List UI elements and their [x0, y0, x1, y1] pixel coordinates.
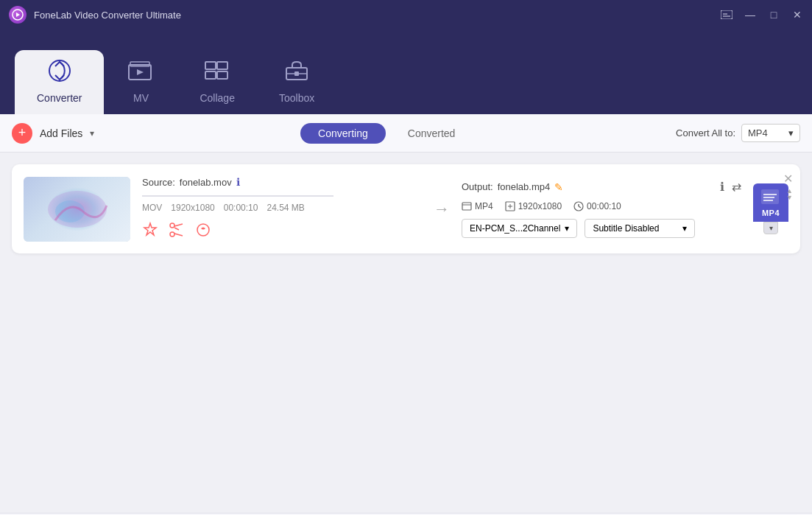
format-badge-arrow[interactable]: ▾ — [763, 222, 778, 234]
svg-rect-1 — [721, 10, 732, 19]
titlebar: FoneLab Video Converter Ultimate — □ ✕ — [0, 0, 812, 29]
tab-mv[interactable]: MV — [104, 50, 177, 114]
file-meta: MOV 1920x1080 00:00:10 24.54 MB — [142, 203, 422, 213]
file-source: Source: fonelab.mov ℹ — [142, 176, 422, 188]
output-dropdowns: EN-PCM_S...2Channel ▾ Subtitle Disabled … — [462, 219, 741, 238]
tab-converter-label: Converter — [37, 92, 82, 104]
file-actions — [142, 222, 422, 242]
svg-point-15 — [55, 200, 85, 223]
output-source: Output: fonelab.mp4 ✎ — [462, 181, 563, 193]
tab-toolbox-label: Toolbox — [279, 92, 314, 104]
svg-point-21 — [197, 224, 209, 236]
svg-line-18 — [174, 224, 183, 226]
svg-line-20 — [174, 228, 179, 230]
audio-dropdown[interactable]: EN-PCM_S...2Channel ▾ — [462, 219, 577, 238]
convert-all-to-label: Convert All to: — [676, 127, 735, 139]
enhance-button[interactable] — [142, 222, 158, 242]
svg-line-27 — [579, 206, 581, 208]
cut-button[interactable] — [169, 222, 185, 242]
nav-tabs: Converter MV Collage — [0, 29, 812, 114]
output-header: Output: fonelab.mp4 ✎ ℹ ⇄ — [462, 180, 741, 194]
convert-all-to-section: Convert All to: MP4 ▾ — [676, 124, 800, 142]
format-value: MP4 — [748, 127, 768, 139]
subtitle-dropdown-value: Subtitle Disabled — [593, 223, 659, 234]
tab-toolbox[interactable]: Toolbox — [257, 50, 336, 114]
svg-point-16 — [170, 232, 174, 237]
toolbar: + Add Files ▾ Converting Converted Conve… — [0, 114, 812, 153]
output-meta: MP4 1920x1080 00:00:10 — [462, 201, 741, 211]
svg-rect-13 — [294, 71, 299, 76]
source-filename: fonelab.mov — [180, 177, 232, 188]
tab-collage[interactable]: Collage — [177, 50, 256, 114]
maximize-button[interactable]: □ — [768, 9, 780, 21]
app-logo — [9, 6, 27, 24]
converted-tab-button[interactable]: Converted — [393, 123, 470, 144]
minimize-button[interactable]: — — [744, 9, 756, 21]
output-controls: ℹ ⇄ — [720, 180, 741, 194]
file-list: Source: fonelab.mov ℹ MOV 1920x1080 00:0… — [0, 153, 812, 265]
meta-resolution: 1920x1080 — [171, 203, 214, 213]
item-expand-button[interactable]: ▲ ▼ — [786, 188, 793, 201]
window-controls: — □ ✕ — [721, 9, 803, 21]
tab-mv-label: MV — [133, 92, 149, 104]
meta-size: 24.54 MB — [266, 203, 304, 213]
file-item: Source: fonelab.mov ℹ MOV 1920x1080 00:0… — [12, 164, 800, 253]
close-button[interactable]: ✕ — [791, 9, 803, 21]
format-select-dropdown[interactable]: MP4 ▾ — [741, 124, 800, 142]
toolbox-icon — [283, 59, 310, 88]
file-thumbnail — [24, 177, 130, 242]
mv-icon — [127, 59, 154, 88]
add-files-label[interactable]: Add Files — [40, 127, 82, 139]
add-files-plus-button[interactable]: + — [12, 123, 32, 144]
main-content: Source: fonelab.mov ℹ MOV 1920x1080 00:0… — [0, 153, 812, 513]
arrow-divider: → — [434, 200, 450, 219]
svg-rect-8 — [217, 62, 227, 69]
converting-tab-button[interactable]: Converting — [300, 123, 386, 144]
svg-line-19 — [174, 234, 183, 236]
output-resolution: 1920x1080 — [518, 201, 562, 211]
svg-rect-7 — [205, 62, 216, 69]
subtitle-dropdown[interactable]: Subtitle Disabled ▾ — [585, 219, 695, 238]
output-duration-item: 00:00:10 — [573, 201, 621, 211]
output-label: Output: — [462, 181, 493, 192]
output-info: Output: fonelab.mp4 ✎ ℹ ⇄ MP4 — [462, 180, 741, 238]
edit-button[interactable] — [195, 222, 211, 242]
add-files-dropdown-arrow[interactable]: ▾ — [90, 128, 94, 139]
format-badge-box[interactable]: MP4 — [753, 183, 788, 222]
converter-icon — [46, 59, 73, 88]
file-info-left: Source: fonelab.mov ℹ MOV 1920x1080 00:0… — [142, 176, 422, 242]
output-filename: fonelab.mp4 — [498, 181, 551, 192]
subtitle-dropdown-arrow: ▾ — [682, 223, 687, 234]
tab-collage-label: Collage — [200, 92, 234, 104]
audio-dropdown-arrow: ▾ — [565, 223, 569, 234]
format-badge: MP4 ▾ — [753, 183, 788, 234]
source-label: Source: — [142, 177, 175, 188]
output-resolution-item: 1920x1080 — [505, 201, 562, 211]
meta-duration: 00:00:10 — [224, 203, 258, 213]
audio-dropdown-value: EN-PCM_S...2Channel — [470, 223, 560, 234]
output-info-button[interactable]: ℹ — [720, 180, 724, 194]
svg-rect-10 — [217, 71, 227, 79]
svg-rect-28 — [761, 189, 779, 204]
source-divider — [142, 195, 333, 197]
format-dropdown-arrow: ▾ — [788, 127, 794, 139]
source-info-icon[interactable]: ℹ — [236, 176, 240, 188]
svg-point-4 — [49, 60, 70, 81]
output-format: MP4 — [475, 201, 493, 211]
collage-icon — [204, 59, 230, 88]
svg-point-17 — [170, 223, 174, 228]
thumbnail-image — [24, 177, 130, 242]
output-format-item: MP4 — [462, 201, 493, 211]
tab-converter[interactable]: Converter — [15, 50, 104, 114]
app-title: FoneLab Video Converter Ultimate — [34, 10, 721, 21]
svg-rect-22 — [462, 203, 471, 210]
output-edit-icon[interactable]: ✎ — [554, 181, 563, 193]
captions-button[interactable] — [721, 9, 732, 21]
svg-rect-9 — [205, 71, 216, 79]
item-close-button[interactable]: ✕ — [783, 172, 793, 186]
output-swap-button[interactable]: ⇄ — [732, 180, 741, 194]
meta-format: MOV — [142, 203, 162, 213]
output-duration: 00:00:10 — [587, 201, 621, 211]
